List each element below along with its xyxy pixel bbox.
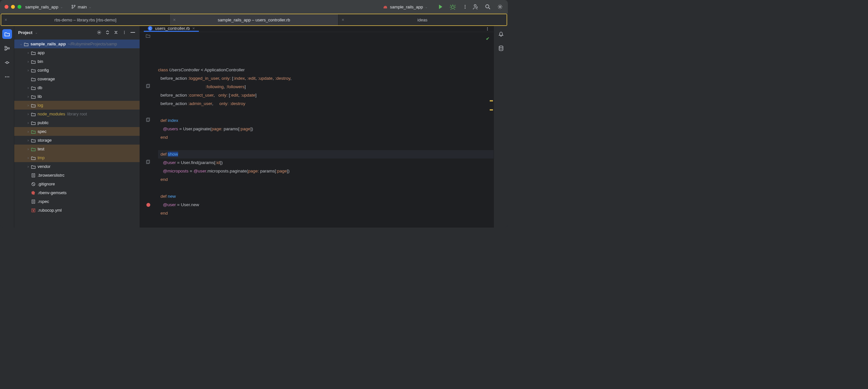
usages-icon[interactable]	[146, 118, 150, 122]
right-tool-strip	[494, 26, 508, 228]
main-tab[interactable]: × ideas	[338, 14, 506, 25]
more-tools-button[interactable]	[2, 72, 12, 82]
expand-arrow-icon[interactable]	[26, 103, 30, 108]
tree-node[interactable]: public	[14, 118, 140, 127]
expand-arrow-icon[interactable]	[26, 85, 30, 90]
tree-node[interactable]: bin	[14, 57, 140, 66]
tree-node[interactable]: .rbenv-gemsets	[14, 188, 140, 197]
usages-icon[interactable]	[146, 84, 150, 88]
hide-panel-button[interactable]	[130, 29, 136, 35]
main-tab[interactable]: × rbs-demo – library.rbs [rbs-demo]	[1, 14, 170, 25]
tree-node[interactable]: db	[14, 83, 140, 92]
database-button[interactable]	[496, 44, 506, 53]
debug-button[interactable]	[450, 4, 456, 10]
tree-node[interactable]: lib	[14, 92, 140, 101]
navigate-icon[interactable]	[146, 33, 150, 38]
file-ignore-icon	[30, 182, 36, 186]
run-config-name: sample_rails_app	[390, 4, 423, 9]
run-config-selector[interactable]: sample_rails_app ⌄	[383, 4, 428, 9]
rails-icon	[383, 4, 388, 9]
editor-tab[interactable]: C users_controller.rb ×	[144, 26, 199, 32]
error-stripe[interactable]	[488, 32, 493, 228]
branch-icon	[71, 4, 76, 9]
branch-selector[interactable]: main ⌄	[71, 4, 91, 9]
svg-point-1	[72, 7, 73, 9]
code-with-me-button[interactable]	[472, 4, 479, 10]
expand-arrow-icon[interactable]	[26, 120, 30, 125]
expand-arrow-icon[interactable]	[19, 42, 23, 46]
tree-node[interactable]: .gitignore	[14, 179, 140, 188]
close-editor-tab-icon[interactable]: ×	[192, 26, 195, 31]
close-tab-icon[interactable]: ×	[4, 17, 7, 22]
tree-node[interactable]: Y.rubocop.yml	[14, 206, 140, 215]
editor-options-button[interactable]	[485, 26, 490, 32]
tree-label: test	[37, 146, 44, 151]
tree-node[interactable]: .rspec	[14, 197, 140, 206]
run-button[interactable]	[437, 4, 444, 10]
tree-node[interactable]: spec	[14, 127, 140, 136]
more-actions-button[interactable]	[462, 4, 468, 10]
project-tool-button[interactable]	[2, 29, 12, 39]
expand-arrow-icon[interactable]	[26, 164, 30, 169]
tree-node[interactable]: node_moduleslibrary root	[14, 110, 140, 118]
file-ruby-icon	[30, 191, 36, 195]
usages-icon[interactable]	[146, 160, 150, 164]
main-tab-bar: × rbs-demo – library.rbs [rbs-demo] × sa…	[1, 13, 507, 26]
search-everywhere-button[interactable]	[485, 4, 491, 10]
expand-all-button[interactable]	[104, 29, 111, 35]
commit-tool-button[interactable]	[2, 58, 12, 67]
tree-node[interactable]: log	[14, 101, 140, 110]
svg-point-13	[6, 62, 8, 63]
svg-rect-12	[8, 48, 9, 49]
tree-label: vendor	[37, 164, 51, 169]
expand-arrow-icon[interactable]	[26, 146, 30, 151]
select-opened-file-button[interactable]	[96, 29, 102, 35]
collapse-all-button[interactable]	[113, 29, 119, 35]
expand-arrow-icon[interactable]	[26, 94, 30, 99]
minimize-window-button[interactable]	[11, 5, 15, 9]
close-window-button[interactable]	[4, 5, 8, 9]
tree-node[interactable]: .browserslistrc	[14, 171, 140, 179]
svg-point-32	[487, 30, 488, 30]
svg-point-20	[124, 32, 125, 33]
tree-node[interactable]: storage	[14, 136, 140, 145]
expand-arrow-icon[interactable]	[26, 138, 30, 143]
svg-point-30	[487, 27, 488, 28]
expand-arrow-icon[interactable]	[26, 155, 30, 160]
main-tab[interactable]: × sample_rails_app – users_controller.rb	[170, 14, 338, 25]
maximize-window-button[interactable]	[18, 5, 21, 9]
editor-gutter[interactable]	[140, 32, 157, 228]
tree-node[interactable]: tmp	[14, 153, 140, 162]
expand-arrow-icon[interactable]	[26, 50, 30, 55]
panel-options-button[interactable]	[121, 29, 127, 35]
tree-node[interactable]: app	[14, 48, 140, 57]
settings-button[interactable]	[497, 4, 503, 10]
expand-arrow-icon[interactable]	[26, 59, 30, 64]
titlebar: sample_rails_app ⌄ main ⌄ sample_rails_a…	[0, 0, 508, 13]
expand-arrow-icon[interactable]	[26, 68, 30, 73]
editor-body[interactable]: ✔ class UsersController < ApplicationCon…	[140, 32, 494, 228]
code-content[interactable]: ✔ class UsersController < ApplicationCon…	[157, 32, 494, 228]
folder-icon	[30, 94, 36, 99]
expand-arrow-icon[interactable]	[26, 112, 30, 116]
svg-point-19	[124, 31, 125, 31]
tree-root[interactable]: sample_rails_app~/RubymineProjects/samp	[14, 39, 140, 48]
tree-node[interactable]: coverage	[14, 75, 140, 83]
project-selector[interactable]: sample_rails_app ⌄	[25, 4, 63, 9]
expand-arrow-icon[interactable]	[26, 129, 30, 134]
file-text-icon	[30, 199, 36, 204]
project-tree[interactable]: sample_rails_app~/RubymineProjects/sampa…	[14, 39, 140, 228]
tree-node[interactable]: config	[14, 66, 140, 75]
notifications-button[interactable]	[496, 29, 506, 39]
close-tab-icon[interactable]: ×	[342, 17, 344, 22]
svg-point-7	[474, 4, 476, 6]
chevron-down-icon[interactable]: ⌄	[35, 31, 37, 34]
tree-node[interactable]: vendor	[14, 162, 140, 171]
tree-node[interactable]: test	[14, 145, 140, 153]
svg-point-31	[487, 29, 488, 29]
structure-tool-button[interactable]	[2, 44, 12, 53]
svg-point-0	[72, 5, 73, 6]
tree-label: db	[37, 85, 42, 90]
breakpoint-icon[interactable]	[146, 203, 150, 207]
close-tab-icon[interactable]: ×	[173, 17, 176, 22]
